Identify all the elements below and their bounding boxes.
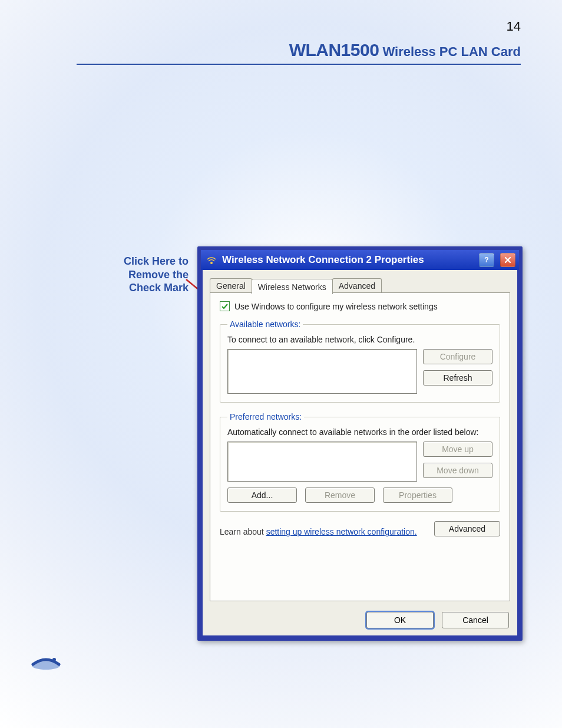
check-icon bbox=[221, 302, 229, 310]
page-number: 14 bbox=[507, 19, 521, 34]
advanced-button[interactable]: Advanced bbox=[434, 521, 500, 536]
learn-row: Learn about setting up wireless network … bbox=[220, 521, 500, 536]
use-windows-row: Use Windows to configure my wireless net… bbox=[220, 301, 500, 311]
refresh-button[interactable]: Refresh bbox=[423, 370, 492, 386]
annotation-remove-check: Click Here to Remove the Check Mark bbox=[100, 255, 189, 295]
dialog-title: Wireless Network Connection 2 Properties bbox=[222, 254, 424, 266]
header-title-rest: Wireless PC LAN Card bbox=[379, 44, 521, 59]
preferred-networks-legend: Preferred networks: bbox=[227, 412, 304, 421]
use-windows-label: Use Windows to configure my wireless net… bbox=[234, 302, 438, 311]
learn-text: Learn about setting up wireless network … bbox=[220, 527, 417, 536]
configure-button[interactable]: Configure bbox=[423, 349, 492, 364]
titlebar[interactable]: Wireless Network Connection 2 Properties… bbox=[201, 250, 519, 270]
dialog-buttons: OK Cancel bbox=[366, 612, 509, 628]
available-networks-group: Available networks: To connect to an ava… bbox=[220, 319, 500, 403]
annotation-line: Click Here to bbox=[100, 255, 189, 268]
available-networks-desc: To connect to an available network, clic… bbox=[227, 335, 492, 344]
preferred-networks-list[interactable] bbox=[227, 442, 417, 482]
footer-logo bbox=[29, 651, 62, 674]
use-windows-checkbox[interactable] bbox=[220, 301, 230, 311]
learn-link[interactable]: setting up wireless network configuratio… bbox=[266, 527, 417, 536]
tab-strip: General Wireless Networks Advanced bbox=[210, 278, 381, 294]
svg-point-1 bbox=[210, 262, 213, 264]
tab-panel-wireless: Use Windows to configure my wireless net… bbox=[210, 292, 510, 601]
preferred-networks-group: Preferred networks: Automatically connec… bbox=[220, 412, 500, 512]
close-icon bbox=[504, 256, 511, 263]
help-icon: ? bbox=[483, 256, 490, 264]
properties-dialog: Wireless Network Connection 2 Properties… bbox=[197, 246, 523, 641]
help-button[interactable]: ? bbox=[479, 253, 494, 267]
tab-advanced[interactable]: Advanced bbox=[332, 278, 382, 294]
svg-point-4 bbox=[52, 658, 56, 661]
svg-text:?: ? bbox=[484, 256, 488, 264]
close-button[interactable] bbox=[500, 253, 515, 267]
learn-prefix: Learn about bbox=[220, 527, 266, 536]
tab-general[interactable]: General bbox=[210, 278, 252, 294]
page-header: WLAN1500 Wireless PC LAN Card bbox=[77, 40, 521, 65]
tab-wireless-networks[interactable]: Wireless Networks bbox=[252, 279, 333, 294]
move-up-button[interactable]: Move up bbox=[423, 442, 492, 457]
available-networks-list[interactable] bbox=[227, 349, 417, 394]
preferred-networks-desc: Automatically connect to available netwo… bbox=[227, 427, 492, 437]
available-networks-legend: Available networks: bbox=[227, 319, 303, 329]
ok-button[interactable]: OK bbox=[366, 612, 434, 628]
dialog-client-area: General Wireless Networks Advanced Use W… bbox=[203, 270, 517, 635]
cancel-button[interactable]: Cancel bbox=[442, 612, 509, 628]
header-title-strong: WLAN1500 bbox=[289, 40, 379, 60]
properties-button[interactable]: Properties bbox=[383, 487, 452, 503]
move-down-button[interactable]: Move down bbox=[423, 463, 492, 478]
annotation-line: Remove the bbox=[100, 268, 189, 282]
remove-button[interactable]: Remove bbox=[305, 487, 375, 503]
annotation-line: Check Mark bbox=[100, 281, 189, 295]
wireless-icon bbox=[207, 255, 216, 265]
add-button[interactable]: Add... bbox=[227, 487, 297, 503]
